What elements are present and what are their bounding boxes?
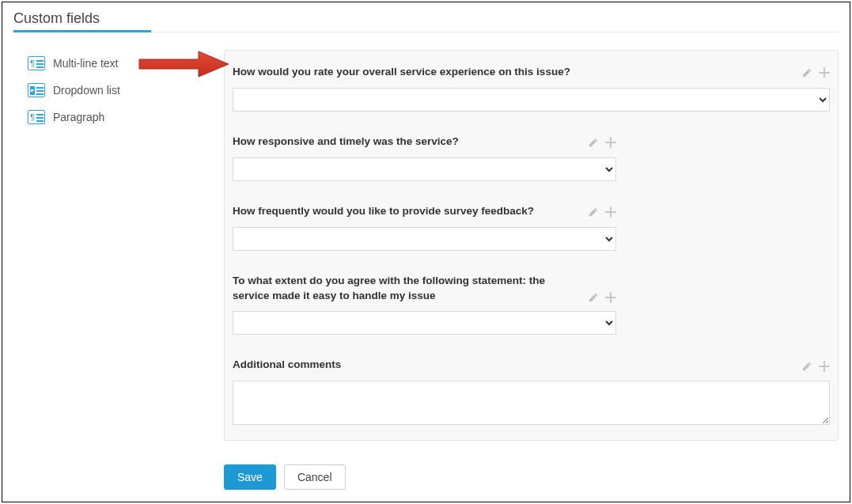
sidebar-item-dropdown-list[interactable]: Dropdown list (28, 77, 224, 104)
sidebar-item-multiline-text[interactable]: ¶ Multi-line text (28, 50, 224, 77)
field-question: Additional comments (233, 358, 795, 373)
section-header: Custom fields (13, 9, 839, 32)
form-field: How frequently would you like to provide… (233, 195, 830, 264)
form-field: To what extent do you agree with the fol… (233, 264, 830, 349)
edit-icon[interactable] (588, 292, 599, 303)
field-actions (588, 135, 616, 148)
form-field: Additional comments (233, 348, 830, 432)
field-header-row: How frequently would you like to provide… (233, 204, 616, 219)
sidebar-item-label: Paragraph (53, 111, 104, 123)
edit-icon[interactable] (588, 207, 599, 218)
field-question: How frequently would you like to provide… (233, 204, 581, 219)
field-question: How would you rate your overall service … (233, 65, 795, 80)
move-icon[interactable] (819, 67, 830, 78)
field-select[interactable] (233, 157, 616, 181)
field-select[interactable] (233, 311, 616, 335)
edit-icon[interactable] (801, 361, 812, 372)
edit-icon[interactable] (801, 67, 812, 78)
sidebar-item-paragraph[interactable]: ¶ Paragraph (28, 104, 224, 131)
move-icon[interactable] (605, 292, 616, 303)
multiline-text-icon: ¶ (28, 56, 45, 70)
field-actions (801, 66, 830, 78)
dropdown-list-icon (28, 83, 45, 97)
move-icon[interactable] (819, 361, 830, 372)
field-header-row: How would you rate your overall service … (233, 65, 830, 80)
cancel-button[interactable]: Cancel (284, 464, 346, 490)
field-header-row: How responsive and timely was the servic… (233, 135, 616, 150)
move-icon[interactable] (605, 137, 616, 148)
field-select[interactable] (233, 88, 830, 112)
save-button[interactable]: Save (224, 464, 276, 490)
field-actions (588, 205, 616, 218)
field-actions (801, 359, 830, 372)
field-actions (588, 290, 616, 303)
sidebar-item-label: Dropdown list (53, 84, 120, 97)
sidebar-item-label: Multi-line text (53, 57, 118, 70)
field-header-row: Additional comments (233, 358, 830, 373)
field-textarea[interactable] (233, 381, 830, 425)
field-block: To what extent do you agree with the fol… (233, 274, 616, 335)
form-buttons: Save Cancel (224, 464, 839, 490)
field-select[interactable] (233, 227, 616, 251)
field-question: To what extent do you agree with the fol… (233, 274, 581, 304)
two-column-layout: ¶ Multi-line text Dropdown list ¶ Paragr… (13, 50, 839, 490)
form-canvas: How would you rate your overall service … (224, 50, 839, 441)
move-icon[interactable] (605, 207, 616, 218)
form-field: How would you rate your overall service … (233, 55, 830, 125)
section-title: Custom fields (13, 9, 839, 32)
section-title-underline (13, 30, 151, 32)
form-main: How would you rate your overall service … (224, 50, 839, 490)
field-question: How responsive and timely was the servic… (233, 135, 581, 150)
field-type-palette: ¶ Multi-line text Dropdown list ¶ Paragr… (13, 50, 224, 131)
form-field: How responsive and timely was the servic… (233, 125, 830, 195)
page-frame: Custom fields ¶ Multi-line text Dropdown… (2, 2, 850, 502)
paragraph-icon: ¶ (28, 110, 45, 124)
edit-icon[interactable] (588, 137, 599, 148)
